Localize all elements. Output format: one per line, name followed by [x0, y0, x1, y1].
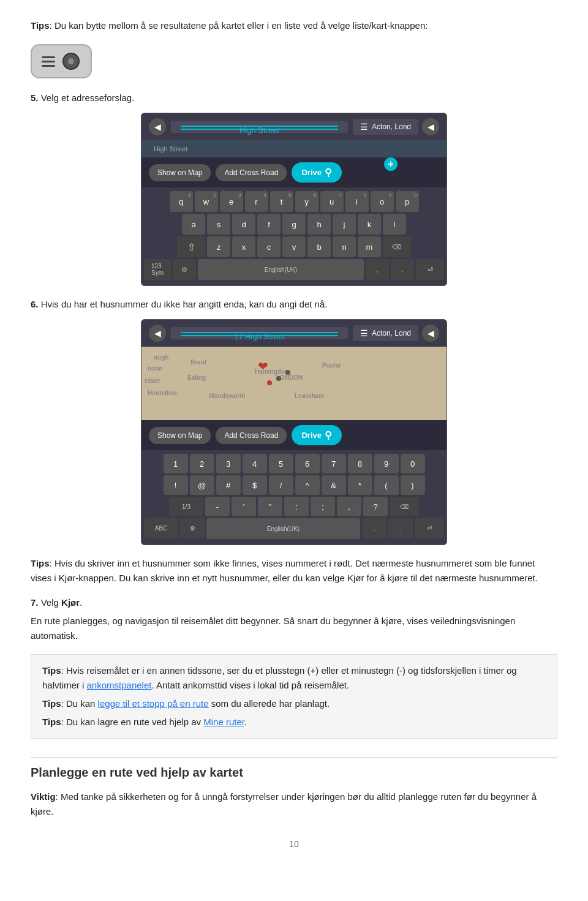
key-123[interactable]: 123Sym — [144, 259, 171, 280]
keyboard-1: q1 w2 e3 r4 t5 y6 u7 i8 o9 p0 a s d f — [141, 187, 447, 285]
key-settings[interactable]: ⚙ — [173, 259, 196, 280]
num-key-lparen[interactable]: ( — [374, 475, 399, 495]
num-key-9[interactable]: 9 — [374, 454, 399, 473]
key-q[interactable]: q1 — [170, 191, 193, 212]
num-row-4: ABC ⚙ English(UK) , . ⏎ — [144, 518, 444, 539]
step7-desc: En rute planlegges, og navigasjon til re… — [31, 614, 557, 643]
key-j[interactable]: j — [333, 214, 356, 235]
key-enter-1[interactable]: ⏎ — [416, 259, 444, 280]
key-l[interactable]: l — [383, 214, 406, 235]
num-key-question[interactable]: ? — [363, 497, 388, 516]
key-backspace-1[interactable]: ⌫ — [383, 236, 411, 257]
key-k[interactable]: k — [358, 214, 381, 235]
key-b[interactable]: b — [307, 236, 331, 257]
num-key-at[interactable]: @ — [190, 475, 214, 495]
key-g[interactable]: g — [282, 214, 306, 235]
num-key-enter[interactable]: ⏎ — [415, 518, 444, 538]
key-comma[interactable]: , — [366, 259, 389, 280]
num-key-dollar[interactable]: $ — [243, 475, 267, 495]
key-e[interactable]: e3 — [220, 191, 243, 212]
step5-label: 5. Velg et adresseforslag. — [31, 91, 557, 105]
tip-intro-text: Tips: Du kan bytte mellom å se resultate… — [31, 18, 557, 33]
num-key-comma2[interactable]: , — [362, 518, 386, 538]
num-key-quote[interactable]: " — [258, 497, 282, 516]
key-f[interactable]: f — [257, 214, 281, 235]
show-on-map-btn-1[interactable]: Show on Map — [149, 164, 211, 181]
key-t[interactable]: t5 — [270, 191, 293, 212]
action-row-1: + Show on Map Add Cross Road Drive ⚲ — [141, 157, 447, 187]
key-o[interactable]: o9 — [371, 191, 394, 212]
key-space-1[interactable]: English(UK) — [198, 259, 364, 280]
num-key-5[interactable]: 5 — [269, 454, 293, 473]
key-i[interactable]: i8 — [345, 191, 369, 212]
key-row-3: ⇧ z x c v b n m ⌫ — [144, 236, 444, 257]
num-key-colon[interactable]: : — [284, 497, 309, 516]
num-key-apostrophe[interactable]: ' — [232, 497, 256, 516]
screen-top-bar-1: ◀ High Street ☰ Acton, Lond ◀ — [141, 113, 447, 140]
add-cross-road-btn-1[interactable]: Add Cross Road — [216, 164, 287, 181]
stopp-link[interactable]: legge til et stopp på en rute — [98, 698, 209, 709]
section-divider — [31, 757, 557, 758]
num-key-8[interactable]: 8 — [348, 454, 372, 473]
key-v[interactable]: v — [282, 236, 306, 257]
ankomstpanelet-link[interactable]: ankomstpanelet — [87, 680, 152, 690]
key-c[interactable]: c — [257, 236, 281, 257]
key-row-4: 123Sym ⚙ English(UK) , . ⏎ — [144, 259, 444, 280]
key-w[interactable]: w2 — [195, 191, 218, 212]
key-shift[interactable]: ⇧ — [177, 236, 205, 257]
key-a[interactable]: a — [182, 214, 205, 235]
key-d[interactable]: d — [232, 214, 255, 235]
map-location-dot — [267, 380, 272, 385]
num-key-semicolon[interactable]: ; — [311, 497, 335, 516]
map-strip-1: High Street — [141, 140, 447, 157]
num-key-4[interactable]: 4 — [243, 454, 267, 473]
add-cross-road-btn-2[interactable]: Add Cross Road — [216, 427, 287, 444]
show-on-map-btn-2[interactable]: Show on Map — [149, 427, 211, 444]
map-location-dot-3 — [285, 370, 290, 375]
key-period[interactable]: . — [391, 259, 414, 280]
key-u[interactable]: u7 — [320, 191, 344, 212]
section-heading: Planlegge en rute ved hjelp av kartet — [31, 766, 557, 780]
num-key-exclaim[interactable]: ! — [164, 475, 188, 495]
key-z[interactable]: z — [207, 236, 230, 257]
steering-wheel-icon-2: ⚲ — [325, 429, 332, 441]
num-key-rparen[interactable]: ) — [401, 475, 425, 495]
num-key-comma-sym[interactable]: , — [337, 497, 361, 516]
num-key-7[interactable]: 7 — [322, 454, 346, 473]
num-key-settings[interactable]: ⚙ — [180, 518, 205, 538]
key-x[interactable]: x — [232, 236, 255, 257]
num-key-hash[interactable]: # — [216, 475, 241, 495]
num-key-star[interactable]: * — [348, 475, 372, 495]
num-key-period[interactable]: . — [388, 518, 413, 538]
screenshot-1: ◀ High Street ☰ Acton, Lond ◀ High Stree… — [141, 113, 447, 286]
num-key-ampersand[interactable]: & — [322, 475, 346, 495]
num-key-1[interactable]: 1 — [164, 454, 188, 473]
num-key-6[interactable]: 6 — [295, 454, 320, 473]
key-r[interactable]: r4 — [245, 191, 268, 212]
num-key-2[interactable]: 2 — [190, 454, 214, 473]
drive-btn-2[interactable]: Drive ⚲ — [292, 425, 342, 445]
num-key-backspace[interactable]: ⌫ — [390, 497, 419, 516]
num-key-space[interactable]: English(UK) — [206, 518, 360, 539]
num-key-page[interactable]: 1/3 — [169, 497, 203, 516]
num-key-abc[interactable]: ABC — [144, 518, 178, 538]
key-p[interactable]: p0 — [396, 191, 419, 212]
num-key-caret[interactable]: ^ — [295, 475, 320, 495]
key-y[interactable]: y6 — [295, 191, 318, 212]
back-button-dest-2: ◀ — [422, 325, 439, 342]
num-key-0[interactable]: 0 — [401, 454, 425, 473]
back-button-1: ◀ — [149, 118, 166, 135]
key-n[interactable]: n — [333, 236, 356, 257]
tip-house-number: Tips: Hvis du skriver inn et husnummer s… — [31, 556, 557, 586]
key-h[interactable]: h — [307, 214, 331, 235]
key-s[interactable]: s — [207, 214, 230, 235]
map-location-dot-2 — [276, 376, 281, 381]
key-m[interactable]: m — [358, 236, 381, 257]
address-bar-1: High Street — [171, 121, 348, 133]
address-bar-2: 17 High Street — [171, 327, 348, 339]
mine-ruter-link[interactable]: Mine ruter — [203, 717, 244, 727]
drive-btn-1[interactable]: Drive ⚲ — [292, 162, 342, 183]
num-key-slash[interactable]: / — [269, 475, 293, 495]
num-key-dash[interactable]: - — [205, 497, 230, 516]
num-key-3[interactable]: 3 — [216, 454, 241, 473]
